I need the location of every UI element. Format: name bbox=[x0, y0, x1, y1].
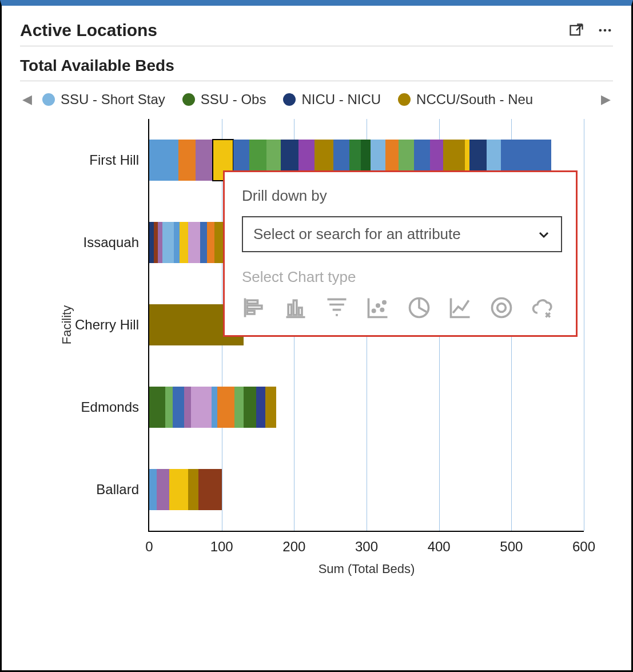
bar-segment[interactable] bbox=[234, 387, 243, 428]
svg-rect-6 bbox=[247, 311, 254, 315]
svg-rect-9 bbox=[299, 308, 302, 315]
legend-swatch bbox=[398, 93, 411, 106]
y-tick-label: First Hill bbox=[89, 152, 149, 168]
pop-out-icon[interactable] bbox=[568, 22, 584, 38]
chevron-down-icon bbox=[537, 228, 551, 241]
bar-segment[interactable] bbox=[198, 469, 222, 510]
dashboard-card: Active Locations Total Available Beds ◀ … bbox=[0, 0, 633, 672]
svg-rect-7 bbox=[288, 305, 292, 315]
funnel-chart-icon[interactable] bbox=[324, 295, 349, 320]
bar-segment[interactable] bbox=[149, 387, 165, 428]
svg-point-10 bbox=[372, 309, 375, 312]
legend-label: SSU - Short Stay bbox=[61, 92, 165, 108]
svg-point-3 bbox=[608, 29, 611, 32]
legend-scroll-right-icon[interactable]: ▶ bbox=[599, 92, 613, 107]
svg-point-11 bbox=[377, 304, 379, 307]
stacked-bar[interactable] bbox=[149, 469, 222, 510]
bar-segment[interactable] bbox=[200, 222, 208, 263]
bar-segment[interactable] bbox=[184, 387, 192, 428]
y-tick-label: Issaquah bbox=[83, 234, 149, 250]
bar-segment[interactable] bbox=[149, 222, 154, 263]
bar-segment[interactable] bbox=[212, 387, 217, 428]
x-tick-label: 400 bbox=[428, 531, 451, 555]
vertical-bar-chart-icon[interactable] bbox=[283, 295, 308, 320]
x-tick-label: 300 bbox=[355, 531, 378, 555]
bar-segment[interactable] bbox=[207, 222, 214, 263]
bar-segment[interactable] bbox=[217, 387, 234, 428]
bar-segment[interactable] bbox=[180, 222, 188, 263]
stacked-bar[interactable] bbox=[149, 387, 276, 428]
y-tick-label: Edmonds bbox=[81, 399, 149, 415]
legend-label: NCCU/South - Neu bbox=[416, 92, 533, 108]
bar-segment[interactable] bbox=[157, 469, 170, 510]
gridline bbox=[584, 119, 584, 531]
chart-area: Facility Sum (Total Beds) 01002003004005… bbox=[20, 119, 613, 532]
y-axis-title: Facility bbox=[59, 305, 74, 344]
svg-point-2 bbox=[604, 29, 607, 32]
legend-item[interactable]: NICU - NICU bbox=[283, 92, 381, 108]
scatter-chart-icon[interactable] bbox=[365, 295, 391, 320]
svg-rect-8 bbox=[293, 300, 297, 315]
donut-chart-icon[interactable] bbox=[489, 295, 514, 320]
svg-rect-0 bbox=[571, 26, 580, 35]
word-cloud-chart-icon[interactable] bbox=[530, 295, 555, 320]
bar-segment[interactable] bbox=[169, 469, 188, 510]
bar-segment[interactable] bbox=[149, 469, 157, 510]
popover-title: Drill down by bbox=[242, 187, 559, 205]
legend: ◀ SSU - Short StaySSU - ObsNICU - NICUNC… bbox=[20, 86, 613, 111]
legend-swatch bbox=[182, 93, 195, 106]
chart-type-picker bbox=[242, 295, 559, 320]
legend-item[interactable]: NCCU/South - Neu bbox=[398, 92, 533, 108]
svg-point-15 bbox=[492, 299, 511, 317]
x-tick-label: 600 bbox=[572, 531, 595, 555]
bar-segment[interactable] bbox=[178, 140, 196, 181]
bar-segment[interactable] bbox=[162, 222, 174, 263]
x-tick-label: 500 bbox=[500, 531, 523, 555]
bar-segment[interactable] bbox=[149, 140, 178, 181]
attribute-select-placeholder: Select or search for an attribute bbox=[253, 225, 461, 243]
x-tick-label: 200 bbox=[282, 531, 305, 555]
horizontal-bar-chart-icon[interactable] bbox=[242, 295, 267, 320]
bar-segment[interactable] bbox=[196, 140, 213, 181]
bar-segment[interactable] bbox=[158, 222, 162, 263]
attribute-select[interactable]: Select or search for an attribute bbox=[242, 216, 562, 252]
chart-title: Total Available Beds bbox=[20, 57, 613, 81]
legend-swatch bbox=[42, 93, 55, 106]
legend-swatch bbox=[283, 93, 296, 106]
bar-segment[interactable] bbox=[154, 222, 158, 263]
line-chart-icon[interactable] bbox=[448, 295, 473, 320]
legend-label: NICU - NICU bbox=[301, 92, 381, 108]
svg-rect-5 bbox=[247, 305, 262, 309]
bar-segment[interactable] bbox=[188, 469, 198, 510]
y-tick-label: Cherry Hill bbox=[75, 317, 149, 333]
x-tick-label: 0 bbox=[145, 531, 153, 555]
legend-label: SSU - Obs bbox=[201, 92, 266, 108]
pie-chart-icon[interactable] bbox=[407, 295, 432, 320]
drill-down-popover: Drill down by Select or search for an at… bbox=[223, 170, 578, 337]
bar-segment[interactable] bbox=[188, 222, 200, 263]
svg-point-16 bbox=[497, 304, 506, 312]
svg-rect-4 bbox=[247, 300, 257, 304]
more-options-icon[interactable] bbox=[597, 22, 613, 38]
y-tick-label: Ballard bbox=[96, 482, 149, 498]
x-tick-label: 100 bbox=[210, 531, 233, 555]
bar-segment[interactable] bbox=[244, 387, 257, 428]
bar-segment[interactable] bbox=[173, 387, 184, 428]
svg-point-1 bbox=[599, 29, 602, 32]
bar-segment[interactable] bbox=[174, 222, 180, 263]
bar-segment[interactable] bbox=[265, 387, 276, 428]
svg-point-12 bbox=[381, 308, 383, 311]
card-title: Active Locations bbox=[20, 21, 157, 40]
card-header: Active Locations bbox=[20, 21, 613, 46]
bar-segment[interactable] bbox=[165, 387, 173, 428]
legend-scroll-left-icon[interactable]: ◀ bbox=[20, 92, 34, 107]
chart-type-label: Select Chart type bbox=[242, 268, 559, 286]
x-axis-title: Sum (Total Beds) bbox=[319, 562, 415, 576]
legend-item[interactable]: SSU - Short Stay bbox=[42, 92, 165, 108]
legend-item[interactable]: SSU - Obs bbox=[182, 92, 266, 108]
svg-point-13 bbox=[383, 301, 385, 304]
bar-segment[interactable] bbox=[256, 387, 265, 428]
bar-segment[interactable] bbox=[191, 387, 211, 428]
